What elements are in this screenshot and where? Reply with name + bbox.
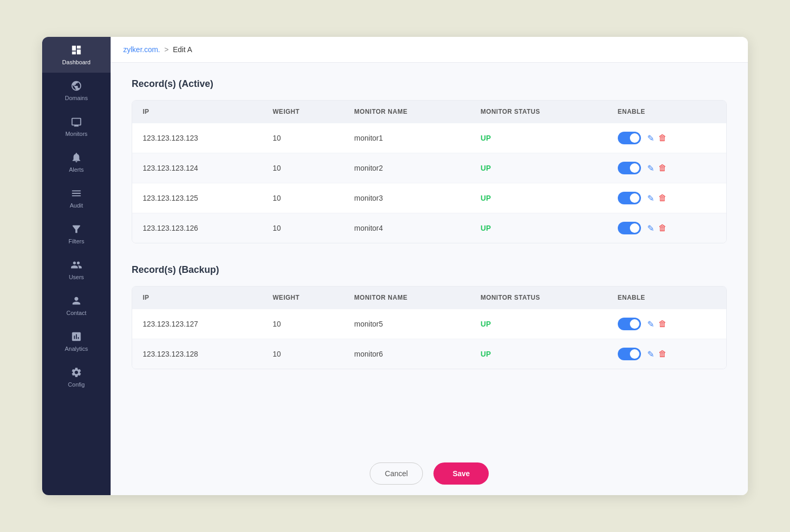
cell-monitor-status: UP: [470, 309, 607, 339]
cell-monitor-status: UP: [470, 339, 607, 369]
sidebar-label-config: Config: [68, 381, 85, 388]
delete-icon[interactable]: 🗑: [658, 133, 667, 143]
main-content: zylker.com. > Edit A Record(s) (Active) …: [111, 37, 748, 495]
toggle-switch[interactable]: [618, 318, 641, 330]
sidebar-label-dashboard: Dashboard: [62, 59, 91, 65]
cancel-button[interactable]: Cancel: [370, 462, 423, 485]
table-row: 123.123.123.125 10 monitor3 UP ✎ 🗑: [132, 183, 726, 213]
footer-actions: Cancel Save: [111, 452, 748, 495]
active-table-header-row: IP WEIGHT MONITOR NAME MONITOR STATUS EN…: [132, 101, 726, 123]
cell-enable: ✎ 🗑: [607, 153, 726, 183]
cell-monitor-name: monitor2: [344, 153, 470, 183]
cell-monitor-status: UP: [470, 153, 607, 183]
delete-icon[interactable]: 🗑: [658, 163, 667, 173]
backup-section-title: Record(s) (Backup): [132, 264, 727, 275]
cell-enable: ✎ 🗑: [607, 309, 726, 339]
toggle-switch[interactable]: [618, 162, 641, 174]
toggle-container: ✎ 🗑: [618, 318, 716, 330]
sidebar-label-monitors: Monitors: [65, 131, 87, 137]
sidebar-item-monitors[interactable]: Monitors: [42, 109, 111, 144]
col-monitor-name-backup: MONITOR NAME: [344, 287, 470, 309]
sidebar-item-users[interactable]: Users: [42, 252, 111, 288]
cell-enable: ✎ 🗑: [607, 123, 726, 153]
cell-weight: 10: [262, 153, 344, 183]
cell-monitor-status: UP: [470, 123, 607, 153]
sidebar-item-config[interactable]: Config: [42, 359, 111, 395]
edit-icon[interactable]: ✎: [647, 319, 654, 329]
col-monitor-name-active: MONITOR NAME: [344, 101, 470, 123]
col-monitor-status-backup: MONITOR STATUS: [470, 287, 607, 309]
col-weight-active: WEIGHT: [262, 101, 344, 123]
breadcrumb-separator: >: [164, 45, 169, 54]
cell-enable: ✎ 🗑: [607, 339, 726, 369]
toggle-container: ✎ 🗑: [618, 348, 716, 360]
cell-weight: 10: [262, 309, 344, 339]
cell-ip: 123.123.123.128: [132, 339, 262, 369]
toggle-switch[interactable]: [618, 222, 641, 234]
config-icon: [71, 367, 82, 378]
sidebar-item-domains[interactable]: Domains: [42, 73, 111, 109]
sidebar-item-contact[interactable]: Contact: [42, 288, 111, 323]
sidebar-item-analytics[interactable]: Analytics: [42, 323, 111, 359]
action-icons: ✎ 🗑: [647, 349, 667, 359]
backup-records-section: Record(s) (Backup) IP WEIGHT MONITOR NAM…: [132, 264, 727, 369]
toggle-container: ✎ 🗑: [618, 192, 716, 204]
alerts-icon: [71, 152, 82, 163]
cell-monitor-name: monitor4: [344, 213, 470, 243]
cell-enable: ✎ 🗑: [607, 213, 726, 243]
sidebar-label-analytics: Analytics: [65, 346, 88, 352]
active-records-section: Record(s) (Active) IP WEIGHT MONITOR NAM…: [132, 78, 727, 243]
table-row: 123.123.123.127 10 monitor5 UP ✎ 🗑: [132, 309, 726, 339]
edit-icon[interactable]: ✎: [647, 223, 654, 233]
toggle-switch[interactable]: [618, 132, 641, 144]
edit-icon[interactable]: ✎: [647, 193, 654, 203]
backup-table-header-row: IP WEIGHT MONITOR NAME MONITOR STATUS EN…: [132, 287, 726, 309]
action-icons: ✎ 🗑: [647, 319, 667, 329]
toggle-switch[interactable]: [618, 348, 641, 360]
cell-monitor-name: monitor3: [344, 183, 470, 213]
cell-ip: 123.123.123.124: [132, 153, 262, 183]
sidebar-item-alerts[interactable]: Alerts: [42, 144, 111, 180]
col-ip-active: IP: [132, 101, 262, 123]
cell-weight: 10: [262, 213, 344, 243]
sidebar-item-filters[interactable]: Filters: [42, 216, 111, 252]
col-monitor-status-active: MONITOR STATUS: [470, 101, 607, 123]
sidebar-label-audit: Audit: [70, 202, 83, 209]
monitors-icon: [71, 116, 82, 127]
cell-monitor-status: UP: [470, 213, 607, 243]
save-button[interactable]: Save: [433, 462, 489, 485]
edit-icon[interactable]: ✎: [647, 349, 654, 359]
cell-ip: 123.123.123.127: [132, 309, 262, 339]
app-container: Dashboard Domains Monitors Alerts Audit: [42, 37, 748, 495]
breadcrumb-link[interactable]: zylker.com.: [123, 45, 160, 54]
cell-ip: 123.123.123.123: [132, 123, 262, 153]
cell-ip: 123.123.123.126: [132, 213, 262, 243]
dashboard-icon: [71, 44, 82, 56]
delete-icon[interactable]: 🗑: [658, 319, 667, 329]
sidebar-item-dashboard[interactable]: Dashboard: [42, 37, 111, 73]
edit-icon[interactable]: ✎: [647, 163, 654, 173]
sidebar-item-audit[interactable]: Audit: [42, 180, 111, 216]
content-area: Record(s) (Active) IP WEIGHT MONITOR NAM…: [111, 63, 748, 452]
delete-icon[interactable]: 🗑: [658, 223, 667, 233]
cell-weight: 10: [262, 339, 344, 369]
sidebar-label-alerts: Alerts: [69, 166, 84, 173]
table-row: 123.123.123.128 10 monitor6 UP ✎ 🗑: [132, 339, 726, 369]
toggle-switch[interactable]: [618, 192, 641, 204]
delete-icon[interactable]: 🗑: [658, 193, 667, 203]
cell-monitor-name: monitor6: [344, 339, 470, 369]
analytics-icon: [71, 331, 82, 342]
sidebar: Dashboard Domains Monitors Alerts Audit: [42, 37, 111, 495]
action-icons: ✎ 🗑: [647, 223, 667, 233]
col-enable-backup: ENABLE: [607, 287, 726, 309]
backup-records-table: IP WEIGHT MONITOR NAME MONITOR STATUS EN…: [132, 287, 726, 369]
action-icons: ✎ 🗑: [647, 163, 667, 173]
delete-icon[interactable]: 🗑: [658, 349, 667, 359]
table-row: 123.123.123.123 10 monitor1 UP ✎ 🗑: [132, 123, 726, 153]
cell-monitor-status: UP: [470, 183, 607, 213]
sidebar-label-contact: Contact: [66, 310, 86, 316]
users-icon: [71, 259, 82, 271]
active-records-table: IP WEIGHT MONITOR NAME MONITOR STATUS EN…: [132, 101, 726, 243]
edit-icon[interactable]: ✎: [647, 133, 654, 143]
contact-icon: [71, 295, 82, 307]
